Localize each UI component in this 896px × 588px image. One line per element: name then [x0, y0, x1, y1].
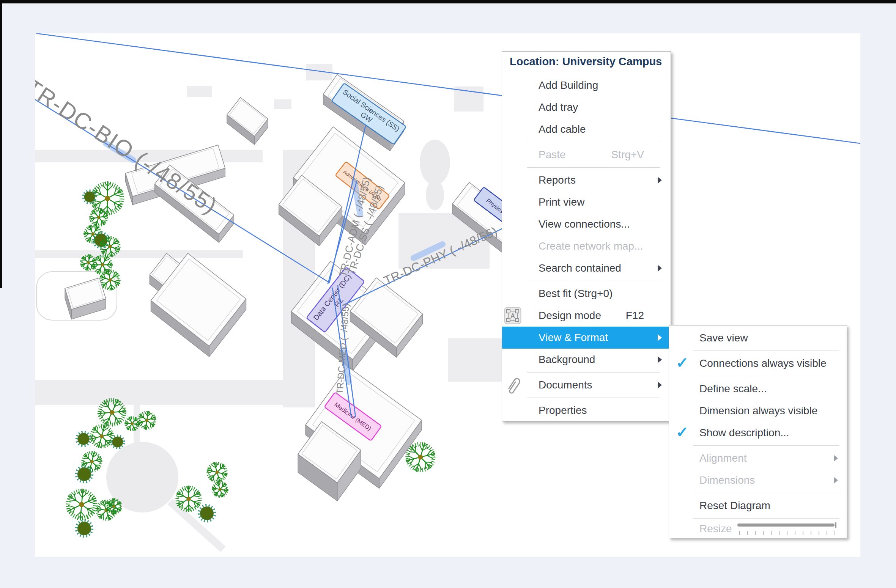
- menu-item-label: Alignment: [699, 452, 747, 464]
- menu-separator: [502, 140, 671, 144]
- window-top-edge: [0, 0, 896, 3]
- context-menu-title: Location: University Campus: [505, 52, 668, 72]
- menu-item-reports[interactable]: Reports: [502, 169, 671, 191]
- menu-item-label: Properties: [539, 404, 587, 417]
- road-shape: [187, 86, 212, 97]
- menu-item-show-description[interactable]: ✓Show description...: [669, 422, 847, 444]
- menu-item-view-format[interactable]: View & Format: [502, 327, 671, 349]
- menu-item-add-tray[interactable]: Add tray: [502, 96, 671, 118]
- menu-item-label: Show description...: [699, 427, 789, 439]
- road-shape: [134, 380, 140, 444]
- menu-item-documents[interactable]: Documents: [502, 374, 671, 396]
- menu-item-create-network-map: Create network map...: [502, 235, 671, 257]
- menu-item-dimension-always-visible[interactable]: Dimension always visible: [669, 400, 847, 422]
- menu-item-search-contained[interactable]: Search contained: [502, 257, 671, 279]
- tree: [74, 518, 94, 539]
- menu-item-define-scale[interactable]: Define scale...: [669, 378, 847, 400]
- menu-item-label: Add tray: [539, 101, 578, 113]
- context-menu-title-label: Location: University Campus: [510, 55, 662, 68]
- submenu-arrow-icon: [658, 382, 662, 388]
- menu-item-label: Dimensions: [699, 474, 755, 486]
- menu-item-label: Add cable: [539, 123, 586, 135]
- menu-item-add-cable[interactable]: Add cable: [502, 118, 671, 140]
- menu-item-reset-diagram[interactable]: Reset Diagram: [669, 495, 847, 517]
- menu-item-label: View connections...: [539, 218, 630, 230]
- submenu-arrow-icon: [834, 455, 838, 462]
- menu-item-label: Save view: [699, 332, 748, 344]
- menu-item-shortcut: F12: [626, 310, 671, 322]
- menu-separator: [502, 396, 671, 399]
- menu-separator: [502, 279, 671, 283]
- menu-item-dimensions: Dimensions: [669, 469, 847, 491]
- menu-item-label: Background: [539, 354, 595, 366]
- menu-item-resize: Resize: [669, 520, 847, 538]
- menu-item-label: Add Building: [539, 79, 598, 91]
- menu-item-label: Documents: [539, 379, 592, 391]
- resize-slider-endcap: [835, 522, 836, 528]
- context-menu: Location: University Campus Add Building…: [502, 51, 671, 421]
- menu-item-label: Best fit (Strg+0): [539, 288, 613, 300]
- menu-item-design-mode[interactable]: ADesign modeF12: [502, 305, 671, 327]
- menu-item-properties[interactable]: Properties: [502, 399, 671, 421]
- road-shape: [454, 86, 483, 112]
- menu-separator: [669, 491, 847, 495]
- menu-item-save-view[interactable]: Save view: [669, 327, 847, 349]
- menu-item-label: View & Format: [539, 332, 608, 344]
- building[interactable]: [65, 278, 106, 319]
- road-shape: [35, 380, 307, 405]
- menu-item-label: Resize: [699, 523, 732, 535]
- resize-slider-track: [737, 524, 835, 527]
- road-shape: [448, 338, 505, 382]
- checkmark-icon: ✓: [676, 423, 689, 441]
- view-format-submenu: Save view✓Connections always visibleDefi…: [669, 325, 847, 538]
- statue-blob-bottom: [426, 180, 444, 210]
- menu-item-label: Paste: [539, 149, 566, 161]
- tree: [60, 483, 103, 526]
- menu-item-background[interactable]: Background: [502, 349, 671, 371]
- statue-blob-top: [420, 140, 450, 185]
- window-left-edge: [0, 0, 2, 288]
- menu-separator: [669, 349, 847, 352]
- submenu-arrow-icon: [834, 477, 838, 484]
- menu-item-best-fit[interactable]: Best fit (Strg+0): [502, 283, 671, 305]
- screenshot-root: { "window": { "page_bg": "#eef1f7", "can…: [0, 0, 896, 588]
- menu-item-label: Reports: [539, 174, 576, 186]
- pond: [106, 442, 178, 513]
- tree: [90, 181, 125, 216]
- menu-item-view-connections[interactable]: View connections...: [502, 213, 671, 235]
- menu-separator: [669, 517, 847, 520]
- menu-separator: [669, 444, 847, 447]
- tree: [210, 480, 230, 499]
- submenu-arrow-icon: [658, 356, 662, 363]
- menu-item-label: Define scale...: [699, 383, 767, 395]
- tree: [76, 431, 91, 447]
- cable-trunk-long[interactable]: [36, 33, 860, 143]
- checkmark-icon: ✓: [676, 354, 689, 371]
- submenu-arrow-icon: [658, 265, 662, 272]
- tree: [110, 435, 125, 449]
- menu-item-add-building[interactable]: Add Building: [502, 74, 671, 96]
- menu-item-alignment: Alignment: [669, 447, 847, 469]
- resize-slider: [737, 522, 837, 537]
- menu-item-shortcut: Strg+V: [611, 149, 671, 161]
- menu-separator: [502, 371, 671, 374]
- menu-item-print-view[interactable]: Print view: [502, 191, 671, 213]
- submenu-arrow-icon: [658, 334, 662, 341]
- menu-separator: [502, 166, 671, 169]
- resize-slider-ticks: [739, 531, 835, 535]
- menu-separator: [669, 374, 847, 378]
- menu-item-label: Search contained: [539, 262, 621, 274]
- menu-item-label: Reset Diagram: [699, 500, 770, 512]
- menu-item-label: Print view: [539, 196, 584, 208]
- road-shape: [35, 250, 243, 258]
- building[interactable]: [227, 97, 268, 145]
- menu-item-label: Connections always visible: [699, 357, 827, 369]
- road-shape: [274, 99, 291, 109]
- menu-item-label: Create network map...: [539, 240, 643, 252]
- pond-walkway: [170, 502, 223, 549]
- menu-item-paste: PasteStrg+V: [502, 144, 671, 166]
- design-mode-icon: A: [504, 307, 521, 324]
- menu-item-label: Dimension always visible: [699, 405, 817, 417]
- submenu-arrow-icon: [658, 177, 662, 184]
- menu-item-connections-always-visible[interactable]: ✓Connections always visible: [669, 352, 847, 374]
